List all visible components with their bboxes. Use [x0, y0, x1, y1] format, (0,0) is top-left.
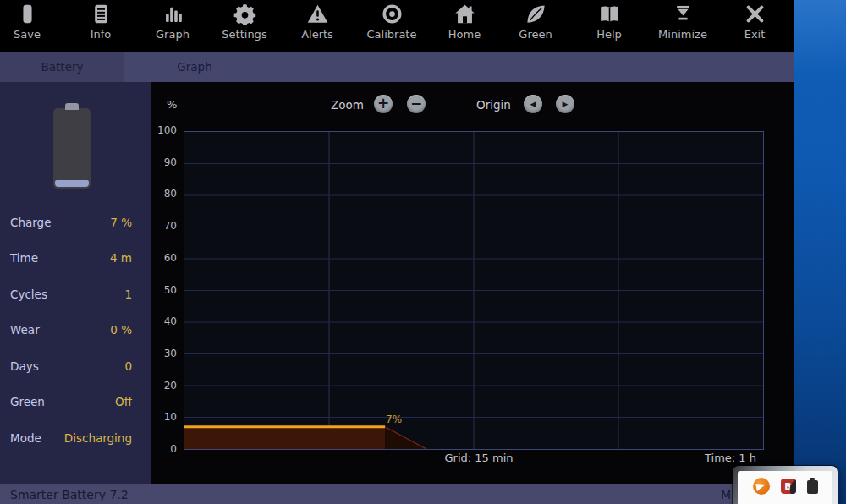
stat-row-days: Days 0 — [0, 359, 151, 376]
screen: Save Info Graph Settings Alerts Calibrat… — [0, 0, 846, 504]
charge-point-annotation: 7% — [386, 414, 402, 425]
stat-row-green: Green Off — [0, 395, 151, 412]
y-tick-label: 50 — [151, 284, 177, 296]
stat-value: 4 m — [110, 251, 132, 265]
origin-right-button[interactable]: ▶ — [556, 95, 574, 113]
y-tick-label: 60 — [151, 252, 177, 264]
antivirus-orange-icon[interactable] — [753, 478, 770, 495]
shield-b-icon[interactable]: B — [781, 479, 796, 494]
stat-value: 1 — [124, 288, 132, 301]
toolbar-calibrate-button[interactable]: Calibrate — [362, 3, 421, 50]
y-tick-label: 80 — [151, 188, 177, 200]
stat-row-cycles: Cycles 1 — [0, 288, 151, 304]
grid-interval-label: Grid: 15 min — [404, 452, 553, 464]
toolbar-exit-button[interactable]: Exit — [725, 3, 784, 50]
toolbar-info-button[interactable]: Info — [71, 3, 130, 50]
tab-battery-label: Battery — [41, 60, 84, 74]
origin-left-button[interactable]: ◀ — [524, 95, 542, 113]
stat-value: 0 % — [110, 323, 132, 337]
y-tick-label: 70 — [151, 220, 177, 232]
info-list-icon — [90, 3, 113, 25]
stat-label: Green — [10, 395, 45, 408]
y-tick-label: 90 — [151, 156, 177, 168]
stat-label: Charge — [10, 216, 51, 229]
y-tick-label: 40 — [151, 315, 177, 327]
tray-inner: B — [738, 471, 832, 504]
target-icon — [381, 3, 404, 25]
tab-battery[interactable]: Battery — [0, 52, 124, 82]
status-bar: Smarter Battery 7.2 M — [0, 484, 794, 504]
minimize-funnel-icon — [672, 3, 695, 25]
battery-level-icon — [53, 108, 91, 189]
tray-overflow-popup: B — [733, 466, 838, 504]
toolbar-info-label: Info — [91, 28, 112, 41]
toolbar-settings-label: Settings — [222, 28, 266, 41]
y-tick-label: 100 — [151, 124, 177, 136]
toolbar-minimize-label: Minimize — [658, 28, 707, 41]
battery-sidebar: Charge 7 % Time 4 m Cycles 1 Wear 0 % Da… — [0, 82, 151, 484]
home-icon — [453, 3, 476, 25]
toolbar-minimize-button[interactable]: Minimize — [653, 3, 712, 50]
leaf-icon — [525, 3, 547, 25]
time-range-label: Time: 1 h — [656, 452, 756, 464]
y-tick-label: 20 — [151, 380, 177, 392]
smarter-battery-window: Save Info Graph Settings Alerts Calibrat… — [0, 0, 794, 504]
toolbar-exit-label: Exit — [744, 28, 766, 41]
stat-row-time: Time 4 m — [0, 251, 151, 268]
tab-bar: Battery Graph — [0, 52, 794, 82]
bar-chart-icon — [162, 3, 184, 25]
toolbar-settings-button[interactable]: Settings — [215, 3, 274, 50]
toolbar-alerts-label: Alerts — [301, 28, 333, 41]
stat-value: Off — [115, 395, 132, 408]
y-axis-ticks: 1009080706050403020100 — [151, 131, 179, 450]
y-tick-label: 30 — [151, 348, 177, 359]
graph-panel: % Zoom + − Origin ◀ ▶ 100908070605040302… — [151, 82, 794, 484]
toolbar: Save Info Graph Settings Alerts Calibrat… — [0, 0, 794, 52]
gear-icon — [233, 3, 256, 25]
toolbar-calibrate-label: Calibrate — [367, 28, 417, 41]
battery-charge-fill — [55, 180, 89, 187]
plot: 7% — [184, 131, 764, 450]
stat-row-wear: Wear 0 % — [0, 323, 151, 340]
stat-label: Mode — [10, 431, 41, 445]
toolbar-graph-label: Graph — [156, 28, 190, 41]
toolbar-help-button[interactable]: Help — [580, 3, 639, 50]
zoom-out-button[interactable]: − — [407, 95, 426, 113]
toolbar-home-button[interactable]: Home — [435, 3, 494, 50]
battery-tray-icon[interactable] — [807, 480, 818, 494]
tab-graph-label: Graph — [177, 60, 212, 74]
toolbar-graph-button[interactable]: Graph — [143, 3, 202, 50]
open-book-icon — [598, 3, 621, 25]
stat-value: 0 — [124, 359, 132, 373]
stat-row-charge: Charge 7 % — [0, 216, 151, 233]
stat-value: 7 % — [110, 216, 132, 229]
zoom-in-button[interactable]: + — [374, 95, 393, 113]
status-right-text: M — [721, 488, 731, 501]
toolbar-minimize-label-help: Help — [596, 28, 622, 41]
toolbar-save-label: Save — [14, 28, 41, 41]
stat-label: Wear — [10, 323, 40, 337]
stat-value: Discharging — [64, 431, 132, 445]
toolbar-home-label: Home — [448, 28, 481, 41]
battery-cap — [65, 103, 79, 110]
toolbar-green-label: Green — [519, 28, 552, 41]
stat-label: Cycles — [10, 288, 47, 301]
y-tick-label: 10 — [151, 411, 177, 423]
app-version-text: Smarter Battery 7.2 — [10, 488, 129, 501]
toolbar-green-button[interactable]: Green — [506, 3, 565, 50]
y-axis-unit-label: % — [167, 98, 177, 111]
toolbar-alerts-button[interactable]: Alerts — [288, 3, 347, 50]
stat-row-mode: Mode Discharging — [0, 431, 151, 448]
tab-graph[interactable]: Graph — [144, 52, 245, 82]
toolbar-save-button[interactable]: Save — [0, 3, 57, 50]
stat-label: Time — [10, 251, 38, 265]
origin-label: Origin — [476, 98, 511, 112]
battery-save-icon — [16, 3, 39, 25]
zoom-label: Zoom — [331, 98, 364, 112]
y-tick-label: 0 — [151, 443, 177, 455]
close-x-icon — [744, 3, 766, 25]
stat-label: Days — [10, 359, 39, 373]
warning-triangle-icon — [306, 3, 329, 25]
